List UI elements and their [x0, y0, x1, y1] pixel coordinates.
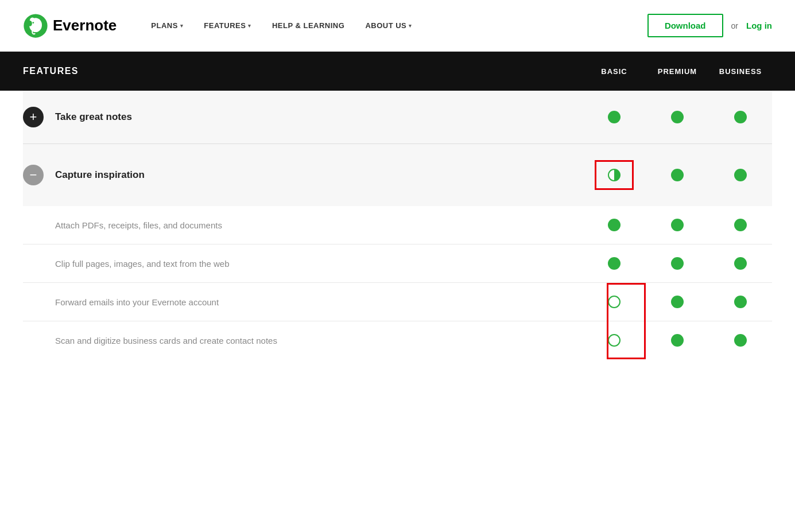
dot-full-icon: [671, 169, 684, 181]
section-toggle-open[interactable]: +: [23, 107, 44, 127]
dot-full-icon: [734, 111, 747, 123]
plan-header-business: BUSINESS: [709, 67, 772, 76]
feature-dots-forward-emails: [583, 296, 772, 308]
features-bar-title: FEATURES: [23, 66, 583, 76]
dot-cell-premium-forward: [646, 296, 709, 308]
nav-plans[interactable]: PLANS ▾: [151, 21, 183, 30]
dot-cell-premium-clip: [646, 257, 709, 270]
dot-empty-icon: [608, 334, 621, 347]
navbar-actions: Download or Log in: [647, 14, 772, 37]
dot-cell-premium-take-notes: [646, 111, 709, 123]
feature-name-attach-pdfs: Attach PDFs, receipts, files, and docume…: [23, 220, 583, 230]
dot-cell-business-capture: [709, 160, 772, 190]
feature-name-forward-emails: Forward emails into your Evernote accoun…: [23, 297, 583, 307]
features-table: + Take great notes − Capture inspiration: [0, 91, 795, 359]
feature-dots-attach-pdfs: [583, 219, 772, 231]
feature-row-forward-emails: Forward emails into your Evernote accoun…: [23, 283, 772, 321]
feature-name-clip-pages: Clip full pages, images, and text from t…: [23, 259, 583, 269]
feature-name-scan-cards: Scan and digitize business cards and cre…: [23, 336, 583, 345]
feature-row-scan-cards: Scan and digitize business cards and cre…: [23, 321, 772, 359]
plan-header-basic: BASIC: [583, 67, 646, 76]
dot-full-icon: [671, 296, 684, 308]
navbar: Evernote PLANS ▾ FEATURES ▾ HELP & LEARN…: [0, 0, 795, 52]
svg-point-4: [33, 22, 34, 24]
dot-full-icon: [734, 169, 747, 181]
dot-full-icon: [671, 334, 684, 347]
dot-full-icon: [734, 257, 747, 270]
dot-cell-business-clip: [709, 257, 772, 270]
section-title-take-great-notes: Take great notes: [55, 111, 583, 123]
dot-cell-business-forward: [709, 296, 772, 308]
section-title-capture-inspiration: Capture inspiration: [55, 169, 583, 181]
section-capture-inspiration: − Capture inspiration: [23, 144, 772, 206]
nav-about[interactable]: ABOUT US ▾: [365, 21, 412, 30]
dot-full-icon: [671, 219, 684, 231]
download-button[interactable]: Download: [647, 14, 723, 37]
section-take-great-notes: + Take great notes: [23, 91, 772, 143]
section-dots-capture-inspiration: [583, 160, 772, 190]
dot-cell-basic-capture: [583, 160, 646, 190]
svg-point-3: [28, 21, 32, 26]
section-dots-take-great-notes: [583, 111, 772, 123]
plan-headers: BASIC PREMIUM BUSINESS: [583, 67, 772, 76]
dot-full-icon: [608, 257, 621, 270]
dot-cell-premium-capture: [646, 160, 709, 190]
dot-cell-basic-scan: [583, 334, 646, 347]
dot-full-icon: [671, 111, 684, 123]
dot-full-icon: [608, 219, 621, 231]
nav-features[interactable]: FEATURES ▾: [204, 21, 251, 30]
dot-cell-business-take-notes: [709, 111, 772, 123]
dot-full-icon: [734, 219, 747, 231]
evernote-logo-icon: [23, 13, 48, 38]
red-border-basic-capture: [595, 160, 634, 190]
features-bar: FEATURES BASIC PREMIUM BUSINESS: [0, 52, 795, 91]
dot-full-icon: [608, 111, 621, 123]
dot-cell-basic-forward: [583, 296, 646, 308]
feature-row-clip-pages: Clip full pages, images, and text from t…: [23, 244, 772, 283]
feature-dots-clip-pages: [583, 257, 772, 270]
dot-empty-icon: [608, 296, 621, 308]
dot-cell-premium-attach: [646, 219, 709, 231]
dot-half-icon: [608, 169, 621, 181]
plans-arrow-icon: ▾: [180, 23, 184, 29]
login-button[interactable]: Log in: [746, 21, 772, 30]
dot-full-icon: [734, 296, 747, 308]
dot-full-icon: [671, 257, 684, 270]
about-arrow-icon: ▾: [409, 23, 412, 29]
brand-name: Evernote: [53, 17, 117, 34]
dot-cell-basic-attach: [583, 219, 646, 231]
main-nav: PLANS ▾ FEATURES ▾ HELP & LEARNING ABOUT…: [151, 21, 647, 30]
plan-header-premium: PREMIUM: [646, 67, 709, 76]
feature-row-attach-pdfs: Attach PDFs, receipts, files, and docume…: [23, 206, 772, 244]
dot-cell-premium-scan: [646, 334, 709, 347]
dot-cell-business-scan: [709, 334, 772, 347]
or-text: or: [731, 21, 738, 30]
forward-scan-wrapper: Forward emails into your Evernote accoun…: [23, 283, 772, 359]
features-arrow-icon: ▾: [248, 23, 251, 29]
feature-dots-scan-cards: [583, 334, 772, 347]
dot-full-icon: [734, 334, 747, 347]
dot-cell-basic-take-notes: [583, 111, 646, 123]
section-toggle-closed[interactable]: −: [23, 165, 44, 185]
dot-cell-basic-clip: [583, 257, 646, 270]
nav-help[interactable]: HELP & LEARNING: [272, 21, 344, 30]
dot-cell-business-attach: [709, 219, 772, 231]
logo-link[interactable]: Evernote: [23, 13, 117, 38]
